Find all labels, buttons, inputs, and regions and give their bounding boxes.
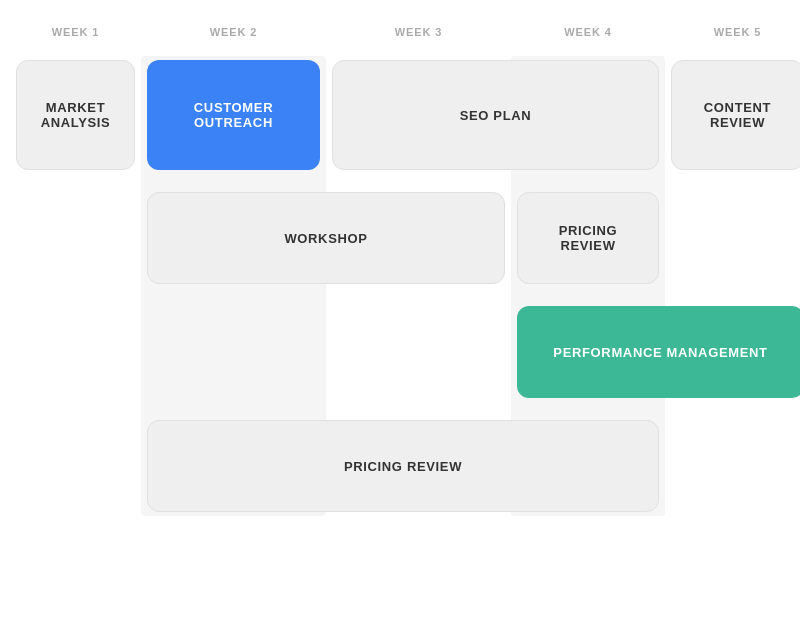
customer-outreach-card[interactable]: CUSTOMER OUTREACH xyxy=(147,60,320,170)
gantt-row-3: PERFORMANCE MANAGEMENT xyxy=(10,302,790,402)
workshop-cell: WORKSHOP xyxy=(141,188,511,288)
pricing-review-2-card[interactable]: PRICING REVIEW xyxy=(147,420,659,512)
pricing-review-1-label: PRICING REVIEW xyxy=(530,223,646,253)
row3-empty-w3 xyxy=(326,302,511,402)
market-analysis-label: MARKET ANALYSIS xyxy=(29,100,122,130)
performance-management-cell: PERFORMANCE MANAGEMENT xyxy=(511,302,800,402)
gantt-body: MARKET ANALYSIS CUSTOMER OUTREACH SEO PL… xyxy=(10,56,790,516)
week-header-3: WEEK 3 xyxy=(326,20,511,44)
gantt-row-2: WORKSHOP PRICING REVIEW xyxy=(10,188,790,288)
content-review-card[interactable]: CONTENT REVIEW xyxy=(671,60,800,170)
week-header-1: WEEK 1 xyxy=(10,20,141,44)
gantt-chart: WEEK 1 WEEK 2 WEEK 3 WEEK 4 WEEK 5 MARKE… xyxy=(0,0,800,622)
row4-empty-w1 xyxy=(10,416,141,516)
performance-management-card[interactable]: PERFORMANCE MANAGEMENT xyxy=(517,306,800,398)
workshop-label: WORKSHOP xyxy=(284,231,367,246)
seo-plan-cell: SEO PLAN xyxy=(326,56,665,174)
row4-empty-w5 xyxy=(665,416,800,516)
seo-plan-card[interactable]: SEO PLAN xyxy=(332,60,659,170)
market-analysis-cell: MARKET ANALYSIS xyxy=(10,56,141,174)
market-analysis-card[interactable]: MARKET ANALYSIS xyxy=(16,60,135,170)
week-header-5: WEEK 5 xyxy=(665,20,800,44)
customer-outreach-label: CUSTOMER OUTREACH xyxy=(159,100,308,130)
pricing-review-2-label: PRICING REVIEW xyxy=(344,459,462,474)
rows-wrapper: MARKET ANALYSIS CUSTOMER OUTREACH SEO PL… xyxy=(10,56,790,516)
gantt-row-4: PRICING REVIEW xyxy=(10,416,790,516)
gantt-row-1: MARKET ANALYSIS CUSTOMER OUTREACH SEO PL… xyxy=(10,56,790,174)
week-header-2: WEEK 2 xyxy=(141,20,326,44)
customer-outreach-cell: CUSTOMER OUTREACH xyxy=(141,56,326,174)
content-review-label: CONTENT REVIEW xyxy=(684,100,791,130)
pricing-review-2-cell: PRICING REVIEW xyxy=(141,416,665,516)
pricing-review-1-cell: PRICING REVIEW xyxy=(511,188,665,288)
workshop-card[interactable]: WORKSHOP xyxy=(147,192,505,284)
row3-empty-w2 xyxy=(141,302,326,402)
performance-management-label: PERFORMANCE MANAGEMENT xyxy=(553,345,767,360)
seo-plan-label: SEO PLAN xyxy=(460,108,532,123)
week-headers: WEEK 1 WEEK 2 WEEK 3 WEEK 4 WEEK 5 xyxy=(10,20,790,44)
row2-empty-w1 xyxy=(10,188,141,288)
content-review-cell: CONTENT REVIEW xyxy=(665,56,800,174)
week-header-4: WEEK 4 xyxy=(511,20,665,44)
row2-empty-w5 xyxy=(665,188,800,288)
row3-empty-w1 xyxy=(10,302,141,402)
pricing-review-1-card[interactable]: PRICING REVIEW xyxy=(517,192,659,284)
